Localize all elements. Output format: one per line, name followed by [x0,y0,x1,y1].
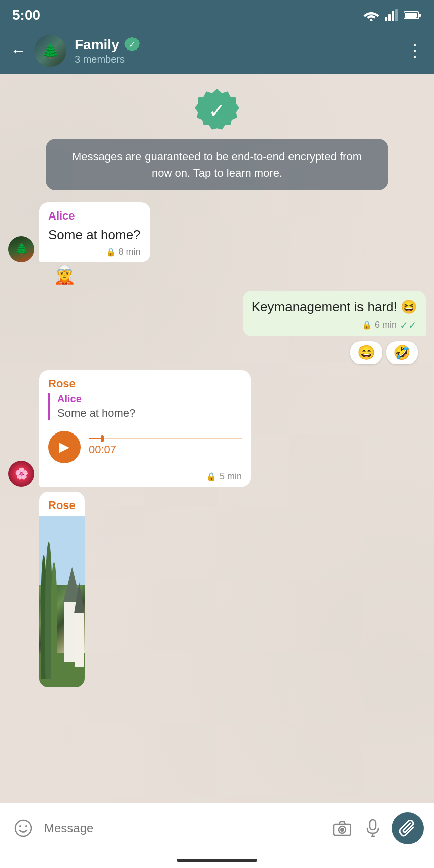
attach-icon [399,820,416,837]
reaction-item: 🤣 [386,341,418,364]
wifi-icon [363,9,380,21]
voice-line-fill [89,438,101,439]
message-row: Keymanagement is hard! 😆 🔒 6 min ✓✓ [8,291,426,336]
svg-rect-4 [395,9,398,21]
message-bubble: Alice Some at home? 🔒 8 min [39,202,150,262]
back-button[interactable]: ← [10,42,26,60]
emoji-button[interactable] [10,815,36,841]
lock-icon: 🔒 [106,247,116,257]
svg-rect-14 [370,820,376,830]
emoji-icon [14,819,32,837]
image-bubble: Rose [39,492,85,687]
svg-point-13 [340,828,344,832]
attach-button[interactable] [392,812,424,844]
group-members: 3 members [75,54,406,65]
svg-rect-1 [385,17,387,21]
read-ticks: ✓✓ [400,319,417,331]
message-time: 8 min [119,247,141,257]
encryption-badge-icon: ✓ [195,89,239,133]
group-name: Family [75,37,119,53]
message-time: 6 min [375,320,397,330]
message-bubble: Keymanagement is hard! 😆 🔒 6 min ✓✓ [243,291,426,336]
avatar: 🌸 [8,461,34,487]
quote-author: Alice [57,393,242,405]
message-row: 🌲 Alice Some at home? 🔒 8 min [8,202,426,262]
svg-point-0 [370,19,373,22]
image-content [39,516,85,687]
home-indicator [0,853,434,868]
group-avatar: 🌲 [34,35,66,67]
reactions-row: 😄 🤣 [8,341,418,364]
status-time: 5:00 [12,7,40,23]
svg-point-8 [15,820,31,836]
message-meta: 🔒 8 min [48,247,141,257]
lock-icon: 🔒 [361,320,372,330]
camera-icon [333,821,351,836]
quote-block: Alice Some at home? [48,393,242,420]
verified-badge: ✓ [124,37,140,53]
bottom-bar [0,803,434,853]
sender-name: Alice [48,209,141,223]
voice-duration: 00:07 [89,443,116,456]
svg-rect-6 [405,13,417,18]
message-meta: 🔒 5 min [48,471,242,482]
message-text: Some at home? [48,226,141,244]
status-icons [363,9,422,21]
home-bar [177,859,257,862]
mic-icon [366,819,380,837]
encryption-text: Messages are guaranteed to be end-to-end… [46,139,388,190]
message-row: Rose [8,492,426,687]
svg-rect-7 [419,14,421,17]
voice-progress: 00:07 [89,438,242,456]
svg-rect-3 [392,11,394,21]
play-button[interactable]: ▶ [48,431,81,463]
voice-message: ▶ 00:07 [48,426,242,468]
group-info: Family ✓ 3 members [75,37,406,65]
reaction-item: 😄 [350,341,382,364]
message-text: Keymanagement is hard! 😆 [252,298,417,316]
camera-button[interactable] [331,817,353,839]
menu-button[interactable]: ⋮ [406,40,424,61]
avatar: 🌲 [8,236,34,262]
voice-scrubber [101,435,104,442]
encryption-notice[interactable]: ✓ Messages are guaranteed to be end-to-e… [8,89,426,190]
sender-name: Rose [48,377,242,390]
chat-header: ← 🌲 Family ✓ 3 members ⋮ [0,28,434,74]
sender-name: Rose [39,492,85,516]
message-meta: 🔒 6 min ✓✓ [252,319,417,331]
voice-bar [89,438,242,439]
svg-point-10 [25,825,27,827]
svg-rect-2 [388,14,391,21]
status-bar: 5:00 [0,0,434,28]
message-input[interactable] [44,821,323,835]
signal-icon [385,9,399,21]
message-row: 🌸 Rose Alice Some at home? ▶ 00:07 [8,370,426,487]
message-time: 5 min [220,471,242,482]
message-bubble: Rose Alice Some at home? ▶ 00:07 🔒 [39,370,251,487]
battery-icon [404,10,422,20]
svg-point-9 [19,825,21,827]
chat-area: ✓ Messages are guaranteed to be end-to-e… [0,74,434,803]
lock-icon: 🔒 [206,472,216,481]
quote-text: Some at home? [57,407,242,420]
mic-button[interactable] [361,817,384,839]
